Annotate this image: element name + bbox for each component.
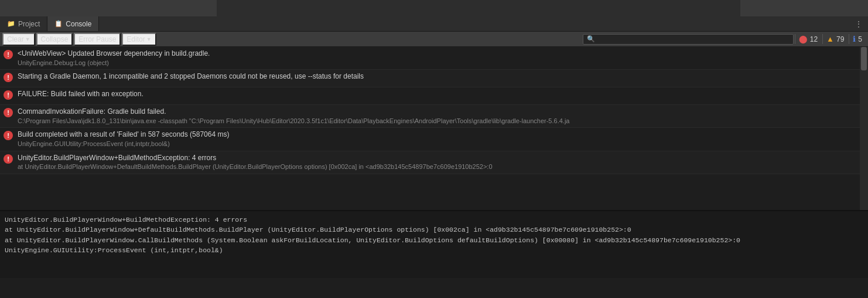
tab-console[interactable]: 📋 Console	[47, 16, 99, 31]
error-pause-label: Error Pause	[78, 35, 116, 43]
log-entry[interactable]: !Build completed with a result of 'Faile…	[0, 128, 868, 151]
error-badge[interactable]: ⬤ 12	[795, 34, 821, 44]
detail-line: at UnityEditor.BuildPlayerWindow.CallBui…	[5, 235, 863, 245]
log-error-icon: !	[4, 50, 13, 59]
log-error-icon: !	[4, 90, 13, 100]
log-line2: UnityEngine.GUIUtility:ProcessEvent (int…	[18, 140, 864, 148]
info-badge-count: 5	[858, 35, 862, 43]
log-entry[interactable]: !CommandInvokationFailure: Gradle build …	[0, 105, 868, 128]
log-entry[interactable]: !FAILURE: Build failed with an exception…	[0, 87, 868, 105]
clear-button[interactable]: Clear ▼	[2, 33, 35, 46]
project-tab-icon: 📁	[7, 20, 15, 28]
warning-badge-icon: ▲	[826, 35, 834, 43]
top-bar-right	[740, 0, 868, 16]
top-partial-bar	[0, 0, 868, 16]
clear-label: Clear	[7, 35, 24, 43]
log-text: <UniWebView> Updated Browser dependency …	[18, 49, 864, 67]
log-text: Starting a Gradle Daemon, 1 incompatible…	[18, 72, 864, 82]
clear-dropdown-icon: ▼	[25, 36, 30, 42]
detail-panel: UnityEditor.BuildPlayerWindow+BuildMetho…	[0, 210, 868, 278]
search-box[interactable]: 🔍	[583, 34, 794, 45]
log-error-icon: !	[4, 154, 13, 164]
info-badge[interactable]: ℹ 5	[849, 34, 866, 44]
log-line1: <UniWebView> Updated Browser dependency …	[18, 49, 864, 59]
log-error-icon: !	[4, 131, 13, 140]
error-badge-icon: ⬤	[799, 35, 808, 43]
search-icon: 🔍	[587, 35, 595, 43]
search-input[interactable]	[597, 35, 790, 43]
log-error-icon: !	[4, 108, 13, 117]
tab-bar: 📁 Project 📋 Console ⋮	[0, 16, 868, 32]
scrollbar-thumb[interactable]	[861, 47, 867, 70]
tab-spacer	[99, 16, 849, 31]
tab-project[interactable]: 📁 Project	[0, 16, 47, 31]
log-line2: at UnityEditor.BuildPlayerWindow+Default…	[18, 162, 864, 171]
log-text: CommandInvokationFailure: Gradle build f…	[18, 107, 864, 126]
top-bar-center	[217, 0, 740, 16]
warning-badge-count: 79	[836, 35, 844, 43]
log-line1: Build completed with a result of 'Failed…	[18, 130, 864, 140]
error-badge-count: 12	[810, 35, 818, 43]
tab-menu-icon: ⋮	[855, 20, 862, 28]
detail-line: UnityEditor.BuildPlayerWindow+BuildMetho…	[5, 215, 863, 225]
editor-dropdown-icon: ▼	[146, 36, 152, 42]
console-tab-icon: 📋	[54, 20, 63, 28]
log-line1: CommandInvokationFailure: Gradle build f…	[18, 107, 864, 117]
tab-project-label: Project	[18, 20, 40, 28]
collapse-button[interactable]: Collapse	[36, 33, 73, 46]
warning-badge[interactable]: ▲ 79	[822, 34, 848, 44]
log-line2: UnityEngine.Debug:Log (object)	[18, 59, 864, 67]
log-entry[interactable]: !Starting a Gradle Daemon, 1 incompatibl…	[0, 70, 868, 87]
error-pause-button[interactable]: Error Pause	[74, 33, 121, 46]
log-entry[interactable]: !UnityEditor.BuildPlayerWindow+BuildMeth…	[0, 151, 868, 174]
scrollbar[interactable]	[860, 47, 868, 210]
tab-console-label: Console	[66, 20, 91, 28]
log-line2: C:\Program Files\Java\jdk1.8.0_131\bin\j…	[18, 117, 864, 126]
detail-line: UnityEngine.GUIUtility:ProcessEvent (int…	[5, 245, 863, 255]
log-line1: Starting a Gradle Daemon, 1 incompatible…	[18, 72, 864, 82]
editor-label: Editor	[127, 35, 145, 43]
collapse-label: Collapse	[41, 35, 69, 43]
info-badge-icon: ℹ	[853, 35, 856, 43]
log-line1: UnityEditor.BuildPlayerWindow+BuildMetho…	[18, 153, 864, 163]
log-entry[interactable]: !<UniWebView> Updated Browser dependency…	[0, 47, 868, 70]
detail-line: at UnityEditor.BuildPlayerWindow+Default…	[5, 225, 863, 235]
log-line1: FAILURE: Build failed with an exception.	[18, 89, 864, 99]
log-text: Build completed with a result of 'Failed…	[18, 130, 864, 148]
log-text: FAILURE: Build failed with an exception.	[18, 89, 864, 99]
top-bar-left	[0, 0, 217, 16]
log-error-icon: !	[4, 73, 13, 82]
tab-menu-button[interactable]: ⋮	[849, 16, 868, 31]
log-text: UnityEditor.BuildPlayerWindow+BuildMetho…	[18, 153, 864, 172]
toolbar: Clear ▼ Collapse Error Pause Editor ▼ 🔍 …	[0, 32, 868, 47]
editor-button[interactable]: Editor ▼	[122, 33, 156, 46]
log-area: !<UniWebView> Updated Browser dependency…	[0, 47, 868, 210]
